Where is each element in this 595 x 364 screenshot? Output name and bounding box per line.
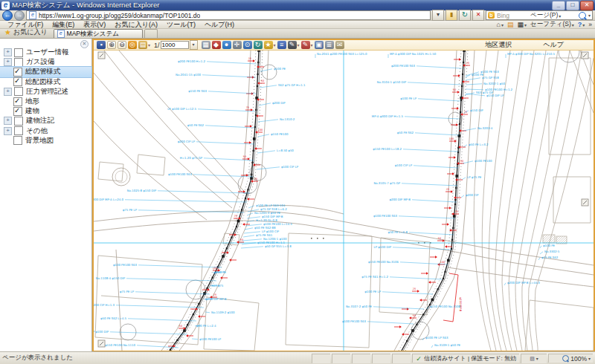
new-tab-stub[interactable]: [144, 29, 158, 38]
red-pen-icon[interactable]: ✎: [301, 41, 310, 49]
map-link-ヘルプ[interactable]: ヘルプ: [543, 40, 564, 50]
mail-icon[interactable]: ✉: [335, 41, 344, 49]
menu-bar: ファイル(F)編集(E)表示(V)お気に入り(A)ツール(T)ヘルプ(H) ⌂▾…: [0, 21, 595, 29]
layer-checkbox[interactable]: [13, 136, 22, 145]
map-link-地区選択[interactable]: 地区選択: [485, 40, 512, 50]
tab-row: ★ お気に入り e MAP検索システム: [0, 29, 595, 39]
map-annotation: φ150 PE100 No.3106: [368, 260, 399, 264]
pan-icon[interactable]: ✛: [233, 41, 242, 49]
status-icons-segment[interactable]: ▨▾: [521, 354, 547, 363]
command-セーフティ(S)[interactable]: セーフティ(S)▾: [530, 20, 574, 29]
tools-star-icon-dropdown[interactable]: ▾: [274, 42, 276, 48]
status-segment: [332, 354, 350, 363]
layer-checkbox[interactable]: [13, 68, 22, 77]
map-annotation: φ75 GP S58: [482, 76, 499, 79]
menu-ツール(T)[interactable]: ツール(T): [162, 21, 200, 28]
layer-checkbox[interactable]: [13, 97, 22, 106]
print-icon[interactable]: ▦: [202, 41, 210, 49]
status-segment: [372, 354, 390, 363]
layer-item-建物注記[interactable]: +建物注記: [0, 116, 91, 126]
globe-icon[interactable]: ●: [222, 41, 231, 49]
close-button[interactable]: ✕: [580, 1, 594, 10]
zoom-in-icon[interactable]: ⊕: [107, 41, 116, 49]
layer-checkbox[interactable]: [14, 58, 23, 67]
layer-item-地形[interactable]: 地形: [0, 97, 91, 106]
map-annotation: No.1025-8 φ150 DIP: [127, 189, 157, 192]
feeds-button[interactable]: ▤: [507, 21, 514, 28]
layer-label: ガス設備: [26, 57, 54, 67]
map-annotation: φ100 PE: [274, 67, 286, 71]
map-annotation: φ100 PE: [543, 244, 556, 247]
red-pen-icon-dropdown[interactable]: ▾: [311, 42, 313, 48]
expand-icon[interactable]: +: [4, 48, 12, 56]
layer-checkbox[interactable]: [13, 77, 22, 86]
refresh-button[interactable]: ↻: [459, 10, 471, 21]
svg-text:50: 50: [413, 314, 416, 317]
maximize-button[interactable]: □: [566, 1, 579, 10]
tab-map-search-system[interactable]: e MAP検索システム: [54, 29, 143, 38]
layer-checkbox[interactable]: [14, 48, 23, 57]
layer-item-背景地図[interactable]: 背景地図: [0, 136, 91, 146]
tools-star-icon[interactable]: ★: [264, 41, 273, 49]
scale-input[interactable]: [161, 41, 189, 49]
zoom-out-icon[interactable]: ⊖: [118, 41, 126, 49]
measure-icon[interactable]: ◆: [212, 41, 221, 49]
pen-icon-dropdown[interactable]: ▾: [298, 42, 300, 48]
expand-icon[interactable]: +: [4, 117, 12, 125]
map-annotation: φ50 GP S55 L=3.8: [265, 244, 292, 248]
save-icon[interactable]: ▪: [97, 41, 106, 49]
layer-item-その他[interactable]: +その他: [0, 126, 91, 136]
favorites-button[interactable]: ★ お気に入り: [1, 27, 54, 38]
map-annotation: φ50 PE L=2.4: [196, 324, 216, 328]
map-annotation: H=1.20 φ75 GP: [180, 156, 203, 160]
full-extent-icon[interactable]: ◎: [128, 41, 137, 49]
zoom-control[interactable]: 100% ▾: [548, 354, 593, 363]
print-button[interactable]: ▦▾: [518, 21, 527, 28]
layer-checkbox[interactable]: [13, 107, 22, 116]
command-ページ(P)[interactable]: ページ(P)▾: [530, 11, 574, 20]
url-dropdown-button[interactable]: ▾: [432, 10, 444, 21]
map-annotation: φ100 PE S63: [480, 70, 499, 74]
layer-label: 地形: [25, 97, 39, 106]
command-overflow-chevron[interactable]: »: [588, 21, 592, 28]
map-annotation: No.2041-15 φ100: [176, 73, 201, 77]
stop-button[interactable]: ✕: [472, 10, 484, 21]
list-icon[interactable]: ≣: [325, 41, 334, 49]
search-map-icon[interactable]: ⊙: [243, 41, 252, 49]
svg-text:100: 100: [258, 129, 263, 131]
rotate-icon[interactable]: ↻: [254, 41, 263, 49]
map-annotation: φ100 CIP LP: [281, 165, 299, 169]
expand-icon[interactable]: +: [4, 88, 12, 96]
status-segment: [312, 354, 330, 363]
layers-icon[interactable]: ▤: [138, 41, 147, 49]
zoom-magnifier-icon: [562, 355, 569, 362]
map-annotation: No.1310-2: [280, 117, 295, 121]
expand-icon[interactable]: +: [4, 127, 12, 135]
layer-checkbox[interactable]: [14, 117, 23, 126]
expand-icon[interactable]: +: [4, 58, 12, 66]
layer-item-ユーザー情報[interactable]: +ユーザー情報: [0, 48, 91, 57]
layer-checkbox[interactable]: [14, 126, 23, 135]
map-annotation: No.3105-7 φ75 GP: [373, 181, 400, 185]
menu-ヘルプ(H)[interactable]: ヘルプ(H): [200, 21, 239, 28]
help-button[interactable]: ?▾: [578, 21, 585, 28]
layer-item-建物[interactable]: 建物: [0, 106, 91, 116]
window-icon[interactable]: ▣: [315, 41, 324, 49]
pen-icon[interactable]: ✎: [288, 41, 297, 49]
menu-表示(V)[interactable]: 表示(V): [79, 21, 110, 28]
map-canvas[interactable]: 2550751005025755010025502550751005025755…: [94, 51, 594, 351]
pipeline-map-drawing[interactable]: 2550751005025755010025502550751005025755…: [94, 51, 594, 351]
layer-list-icon[interactable]: ≡: [277, 41, 286, 49]
svg-text:50: 50: [453, 88, 456, 91]
layer-item-総配図様式[interactable]: 総配図様式: [0, 77, 91, 87]
minimize-button[interactable]: _: [552, 1, 565, 10]
home-button[interactable]: ⌂▾: [497, 21, 504, 28]
layer-item-圧力管理記述[interactable]: +圧力管理記述: [0, 87, 91, 97]
layer-checkbox[interactable]: [14, 87, 23, 96]
menu-お気に入り(A)[interactable]: お気に入り(A): [110, 21, 162, 28]
layer-item-ガス設備[interactable]: +ガス設備: [0, 57, 91, 67]
map-annotation: φ100 CIP LP: [395, 163, 413, 167]
scale-dropdown-button[interactable]: ▾: [190, 40, 198, 50]
layer-item-総配管様式[interactable]: 総配管様式: [0, 67, 91, 77]
layers-icon-dropdown[interactable]: ▾: [148, 42, 150, 48]
